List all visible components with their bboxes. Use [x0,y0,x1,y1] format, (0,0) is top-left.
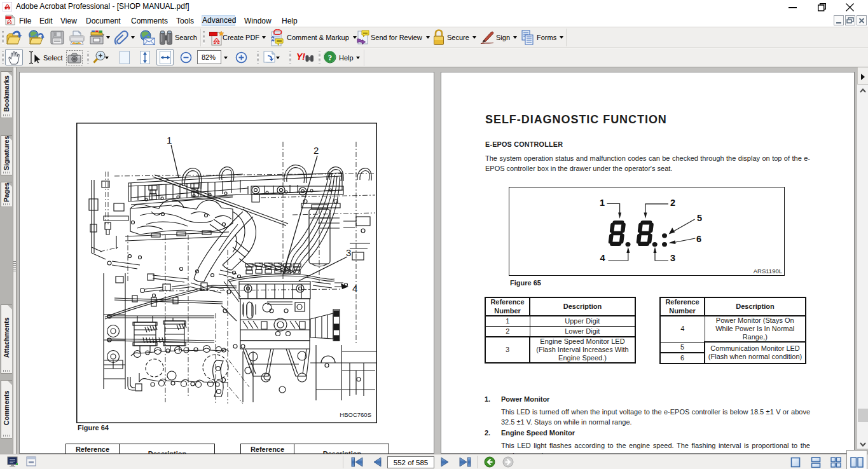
svg-text:HBOC760S: HBOC760S [340,411,371,418]
svg-text:3: 3 [670,253,675,263]
svg-text:5: 5 [697,213,702,223]
svg-text:2: 2 [670,198,675,208]
svg-text:1: 1 [167,135,172,146]
svg-text:3: 3 [346,247,351,258]
svg-text:6: 6 [696,234,701,244]
svg-text:1: 1 [600,198,605,208]
svg-text:2: 2 [313,145,319,156]
svg-text:4: 4 [352,283,357,294]
svg-text:4: 4 [600,253,605,263]
svg-text:?: ? [328,53,333,62]
svg-text:ARS1190L: ARS1190L [754,268,782,275]
